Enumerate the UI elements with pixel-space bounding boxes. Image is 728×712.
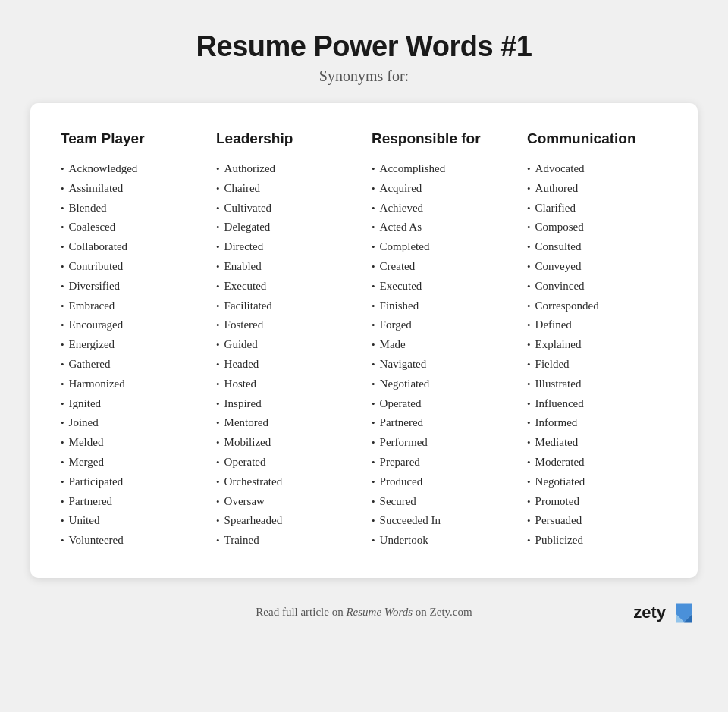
list-item: Gathered <box>61 355 201 375</box>
list-item: Collaborated <box>61 237 201 257</box>
list-item: Negotiated <box>527 472 667 492</box>
list-item: Partnered <box>372 413 512 433</box>
list-item: Executed <box>216 277 356 296</box>
list-item: Accomplished <box>372 159 512 179</box>
zety-icon <box>670 599 698 626</box>
list-item: Negotiated <box>372 375 512 394</box>
footer: Read full article on Resume Words on Zet… <box>30 599 698 626</box>
list-item: Advocated <box>527 159 667 179</box>
zety-brand-text: zety <box>633 603 666 623</box>
page-header: Resume Power Words #1 Synonyms for: <box>196 30 532 85</box>
list-item: Acquired <box>372 179 512 199</box>
list-item: Mediated <box>527 433 667 453</box>
column-header-communication: Communication <box>527 130 667 147</box>
list-item: Convinced <box>527 277 667 296</box>
list-item: Authored <box>527 179 667 199</box>
list-item: Mentored <box>216 413 356 433</box>
list-item: Diversified <box>61 277 201 296</box>
list-item: Publicized <box>527 531 667 550</box>
list-item: Inspired <box>216 394 356 414</box>
word-list-team-player: AcknowledgedAssimilatedBlendedCoalescedC… <box>61 159 201 550</box>
columns-container: Team Player AcknowledgedAssimilatedBlend… <box>61 130 667 550</box>
column-responsible: Responsible for AccomplishedAcquiredAchi… <box>372 130 512 550</box>
list-item: United <box>61 511 201 531</box>
list-item: Acknowledged <box>61 159 201 179</box>
list-item: Guided <box>216 335 356 355</box>
list-item: Navigated <box>372 355 512 375</box>
list-item: Hosted <box>216 375 356 394</box>
list-item: Created <box>372 257 512 277</box>
word-list-communication: AdvocatedAuthoredClarifiedComposedConsul… <box>527 159 667 550</box>
list-item: Completed <box>372 237 512 257</box>
list-item: Assimilated <box>61 179 201 199</box>
list-item: Spearheaded <box>216 511 356 531</box>
list-item: Coalesced <box>61 218 201 237</box>
list-item: Fostered <box>216 315 356 335</box>
list-item: Composed <box>527 218 667 237</box>
list-item: Merged <box>61 453 201 472</box>
list-item: Directed <box>216 237 356 257</box>
list-item: Trained <box>216 531 356 550</box>
list-item: Operated <box>216 453 356 472</box>
list-item: Secured <box>372 492 512 512</box>
list-item: Influenced <box>527 394 667 414</box>
list-item: Melded <box>61 433 201 453</box>
list-item: Blended <box>61 199 201 218</box>
content-card: Team Player AcknowledgedAssimilatedBlend… <box>30 103 698 578</box>
list-item: Fielded <box>527 355 667 375</box>
list-item: Headed <box>216 355 356 375</box>
word-list-leadership: AuthorizedChairedCultivatedDelegatedDire… <box>216 159 356 550</box>
list-item: Operated <box>372 394 512 414</box>
list-item: Illustrated <box>527 375 667 394</box>
zety-logo: zety <box>475 599 698 626</box>
list-item: Cultivated <box>216 199 356 218</box>
list-item: Produced <box>372 472 512 492</box>
column-leadership: Leadership AuthorizedChairedCultivatedDe… <box>216 130 356 550</box>
list-item: Chaired <box>216 179 356 199</box>
list-item: Facilitated <box>216 296 356 316</box>
list-item: Promoted <box>527 492 667 512</box>
list-item: Partnered <box>61 492 201 512</box>
list-item: Made <box>372 335 512 355</box>
list-item: Oversaw <box>216 492 356 512</box>
list-item: Moderated <box>527 453 667 472</box>
page-title: Resume Power Words #1 <box>196 30 532 63</box>
list-item: Persuaded <box>527 511 667 531</box>
list-item: Volunteered <box>61 531 201 550</box>
column-communication: Communication AdvocatedAuthoredClarified… <box>527 130 667 550</box>
word-list-responsible: AccomplishedAcquiredAchievedActed AsComp… <box>372 159 512 550</box>
column-header-leadership: Leadership <box>216 130 356 147</box>
column-team-player: Team Player AcknowledgedAssimilatedBlend… <box>61 130 201 550</box>
page-subtitle: Synonyms for: <box>196 67 532 85</box>
list-item: Clarified <box>527 199 667 218</box>
list-item: Defined <box>527 315 667 335</box>
list-item: Forged <box>372 315 512 335</box>
list-item: Achieved <box>372 199 512 218</box>
list-item: Joined <box>61 413 201 433</box>
list-item: Contributed <box>61 257 201 277</box>
list-item: Harmonized <box>61 375 201 394</box>
list-item: Performed <box>372 433 512 453</box>
list-item: Prepared <box>372 453 512 472</box>
list-item: Encouraged <box>61 315 201 335</box>
list-item: Delegated <box>216 218 356 237</box>
list-item: Mobilized <box>216 433 356 453</box>
list-item: Ignited <box>61 394 201 414</box>
column-header-responsible: Responsible for <box>372 130 512 147</box>
list-item: Consulted <box>527 237 667 257</box>
list-item: Participated <box>61 472 201 492</box>
list-item: Energized <box>61 335 201 355</box>
list-item: Executed <box>372 277 512 296</box>
list-item: Corresponded <box>527 296 667 316</box>
list-item: Authorized <box>216 159 356 179</box>
list-item: Undertook <box>372 531 512 550</box>
list-item: Embraced <box>61 296 201 316</box>
list-item: Finished <box>372 296 512 316</box>
list-item: Informed <box>527 413 667 433</box>
list-item: Acted As <box>372 218 512 237</box>
list-item: Orchestrated <box>216 472 356 492</box>
list-item: Succeeded In <box>372 511 512 531</box>
list-item: Explained <box>527 335 667 355</box>
footer-text: Read full article on Resume Words on Zet… <box>253 606 475 619</box>
column-header-team-player: Team Player <box>61 130 201 147</box>
